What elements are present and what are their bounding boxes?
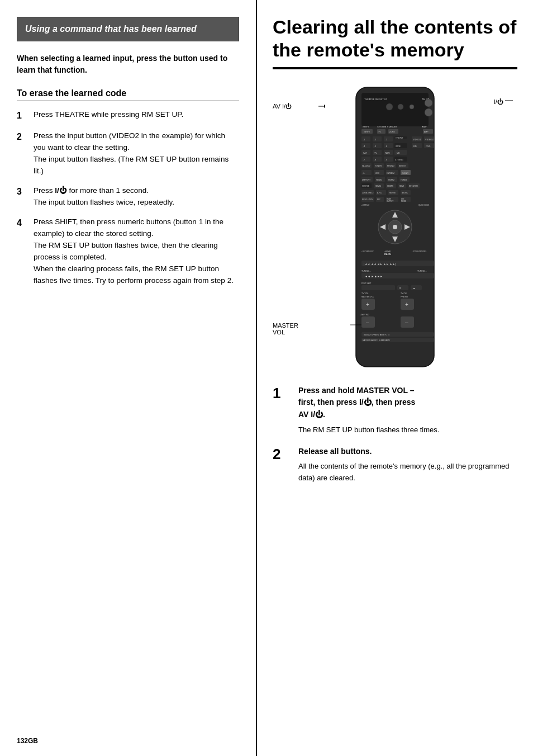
svg-text:DVD: DVD — [426, 145, 431, 148]
svg-text:MACRO 1   MACRO 2   SLEEP   PA: MACRO 1 MACRO 2 SLEEP PARTY — [363, 339, 390, 342]
svg-text:HDMI5: HDMI5 — [387, 185, 393, 187]
svg-text:AV: AV — [422, 98, 425, 101]
svg-text:-0/10: -0/10 — [375, 172, 379, 174]
svg-text:TV VOL: TV VOL — [361, 292, 369, 295]
svg-text:2CH/A.D.RECT: 2CH/A.D.RECT — [362, 192, 374, 194]
svg-text:A.F.D: A.F.D — [377, 192, 382, 194]
svg-text:D.TUNING: D.TUNING — [395, 159, 403, 161]
svg-text:RESOLUTION: RESOLUTION — [362, 199, 373, 201]
svg-text:NET-WORK: NET-WORK — [409, 185, 418, 187]
svg-point-9 — [386, 103, 393, 110]
right-steps: 1 Press and hold MASTER VOL –first, then… — [273, 385, 517, 484]
svg-text:MASTER VOL: MASTER VOL — [361, 296, 374, 298]
svg-text:TUNER: TUNER — [375, 165, 382, 167]
remote-svg: THEATRE RM SET UP AV I/⏻ SHIFT SYSTEM ST… — [306, 82, 484, 372]
svg-text:HDMI1: HDMI1 — [376, 179, 382, 181]
svg-rect-140 — [411, 285, 422, 290]
svg-text:SOURCE: SOURCE — [362, 185, 369, 187]
svg-text:ENT/MEM: ENT/MEM — [387, 172, 394, 174]
svg-text:TV: TV — [374, 152, 377, 154]
step1-detail: The RM SET UP button flashes three times… — [298, 424, 439, 436]
svg-text:–: – — [366, 319, 369, 325]
svg-text:TV: TV — [378, 131, 381, 133]
step-1-text: Press THEATRE while pressing RM SET UP. — [34, 109, 183, 122]
svg-text:DMPORT: DMPORT — [362, 179, 371, 181]
step-4: 4 Press SHIFT, then press numeric button… — [17, 216, 239, 287]
svg-text:SYSTEM STANDBY: SYSTEM STANDBY — [377, 125, 397, 128]
svg-text:SAT: SAT — [363, 152, 367, 154]
right-step-1: 1 Press and hold MASTER VOL –first, then… — [273, 385, 517, 436]
svg-text:+MUTING: +MUTING — [360, 314, 369, 316]
step-3: 3 Press I/⏻ for more than 1 second.The i… — [17, 185, 239, 209]
svg-text:HDMI4: HDMI4 — [375, 185, 381, 187]
svg-text:+DISPLAY: +DISPLAY — [361, 204, 369, 206]
svg-point-10 — [398, 104, 403, 110]
right-column: Clearing all the contents of the remote'… — [257, 0, 533, 756]
svg-text:MOVIE: MOVIE — [389, 192, 396, 194]
svg-text:AMP: AMP — [422, 125, 427, 128]
svg-text:PIP: PIP — [377, 199, 380, 201]
left-title: Using a command that has been learned — [25, 23, 231, 35]
svg-text:+: + — [366, 301, 369, 308]
erase-steps-list: 1 Press THEATRE while pressing RM SET UP… — [17, 109, 239, 286]
svg-text:MD: MD — [397, 152, 400, 154]
step1-bold: Press and hold MASTER VOL –first, then p… — [298, 385, 439, 421]
svg-text:SHIFT: SHIFT — [363, 125, 369, 128]
svg-rect-137 — [361, 285, 395, 290]
svg-text:DISC SKIP: DISC SKIP — [361, 282, 372, 285]
step-2: 2 Press the input button (VIDEO2 in the … — [17, 130, 239, 177]
section-heading: To erase the learned code — [17, 88, 239, 101]
svg-text:II: II — [399, 286, 401, 290]
svg-text:|◄◄  ◄◄  ◄►  ►►  ►►|: |◄◄ ◄◄ ◄► ►► ►►| — [364, 262, 396, 266]
svg-text:HDMI3: HDMI3 — [401, 179, 407, 181]
remote-diagram: AV I/⏻ MASTER VOL I/⏻ THEATRE RM SET — [273, 82, 517, 372]
svg-text:MODE: MODE — [401, 200, 406, 202]
svg-text:◄◄  ►  ■  ►►: ◄◄ ► ■ ►► — [365, 275, 383, 278]
svg-text:SA-CD/CD: SA-CD/CD — [362, 165, 370, 167]
left-header-box: Using a command that has been learned — [17, 17, 239, 41]
step2-bold: Release all buttons. — [298, 446, 517, 458]
svg-text:MUSIC: MUSIC — [402, 192, 408, 194]
svg-text:SHIFT: SHIFT — [364, 131, 370, 133]
step-1: 1 Press THEATRE while pressing RM SET UP… — [17, 109, 239, 122]
svg-point-11 — [410, 105, 414, 109]
svg-text:+: + — [405, 301, 408, 308]
power-label: I/⏻ — [494, 97, 516, 105]
svg-text:QUICK CLICK: QUICK CLICK — [418, 204, 429, 206]
svg-text:AMP: AMP — [424, 131, 429, 133]
svg-text:HDMI: HDMI — [399, 185, 404, 187]
svg-text:WIDE: WIDE — [396, 145, 401, 148]
av-arrow-icon — [292, 103, 325, 110]
svg-text:MENU: MENU — [384, 253, 391, 256]
svg-text:CLEAR: CLEAR — [402, 172, 408, 174]
svg-text:TV INPUT: TV INPUT — [396, 137, 403, 139]
step2-detail: All the contents of the remote's memory … — [298, 461, 517, 483]
svg-text:TUNING –: TUNING – — [361, 270, 370, 272]
svg-text:BD: BD — [413, 145, 417, 148]
svg-text:TAPE: TAPE — [385, 152, 391, 154]
svg-text:PRESET: PRESET — [401, 296, 409, 298]
svg-text:PHONO: PHONO — [387, 165, 394, 167]
svg-text:MULTI IN: MULTI IN — [399, 165, 406, 167]
svg-text:VIDEO1: VIDEO1 — [413, 138, 421, 141]
svg-text:HDMI2: HDMI2 — [388, 179, 394, 181]
svg-point-13 — [425, 108, 432, 116]
step-4-text: Press SHIFT, then press numeric buttons … — [34, 216, 239, 287]
svg-text:+RETURN/EXIT: +RETURN/EXIT — [361, 251, 374, 253]
svg-marker-1 — [324, 105, 325, 108]
power-arrow-icon — [505, 97, 516, 104]
right-step-2: 2 Release all buttons. All the contents … — [273, 446, 517, 484]
intro-text: When selecting a learned input, press th… — [17, 53, 239, 76]
svg-text:TUNING +: TUNING + — [417, 270, 426, 272]
svg-text:+TOOLS/OPTIONS: +TOOLS/OPTIONS — [412, 251, 426, 253]
svg-point-125 — [393, 225, 397, 229]
right-title: Clearing all the contents of the remote'… — [273, 16, 517, 69]
svg-text:BD/DVD TOP MENU    MENU    F1 : BD/DVD TOP MENU MENU F1 F2 — [364, 334, 390, 336]
svg-text:VIDEO2: VIDEO2 — [425, 138, 434, 141]
master-vol-label: MASTER VOL — [273, 322, 298, 336]
svg-point-12 — [425, 99, 432, 107]
step-3-text: Press I/⏻ for more than 1 second.The inp… — [34, 185, 174, 209]
step-2-text: Press the input button (VIDEO2 in the ex… — [34, 130, 239, 177]
svg-text:TV CH: TV CH — [401, 292, 407, 295]
svg-text:ZONE: ZONE — [389, 131, 395, 133]
